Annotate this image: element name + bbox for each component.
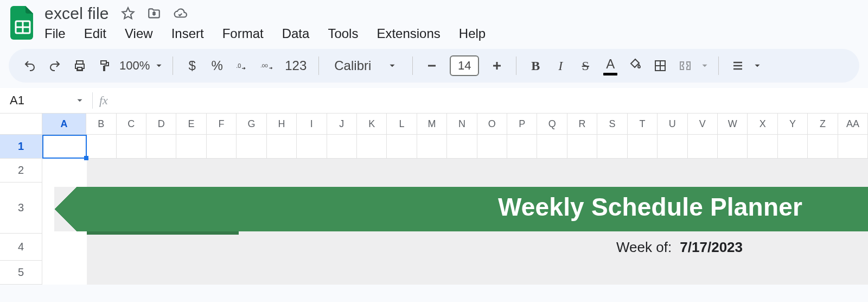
cell[interactable] <box>42 261 86 285</box>
borders-button[interactable] <box>650 55 671 76</box>
column-header[interactable]: O <box>477 114 507 134</box>
cell[interactable] <box>477 135 507 159</box>
column-header[interactable]: X <box>748 114 777 134</box>
formula-input[interactable] <box>114 88 868 113</box>
column-header[interactable]: AA <box>838 114 868 134</box>
cell[interactable] <box>86 135 116 159</box>
menu-file[interactable]: File <box>44 26 66 41</box>
menu-extensions[interactable]: Extensions <box>376 26 440 41</box>
column-header[interactable]: S <box>597 114 627 134</box>
column-header[interactable]: N <box>447 114 477 134</box>
menu-data[interactable]: Data <box>282 26 310 41</box>
column-header[interactable]: Y <box>778 114 808 134</box>
menu-edit[interactable]: Edit <box>84 26 106 41</box>
merge-cells-button[interactable] <box>675 55 695 76</box>
row-header[interactable]: 2 <box>0 159 42 183</box>
cell[interactable] <box>267 135 297 159</box>
move-to-drive-icon[interactable] <box>147 7 161 21</box>
cell[interactable] <box>567 135 597 159</box>
font-size-decrease-button[interactable] <box>422 55 442 76</box>
redo-button[interactable] <box>44 55 65 76</box>
font-size-input[interactable]: 14 <box>450 55 479 76</box>
name-box[interactable]: A1 <box>0 93 92 108</box>
text-color-button[interactable]: A <box>600 55 621 76</box>
cell[interactable] <box>507 135 537 159</box>
cloud-status-icon[interactable] <box>173 7 187 21</box>
cell[interactable] <box>146 135 176 159</box>
cell[interactable] <box>42 135 86 159</box>
column-header[interactable]: U <box>658 114 687 134</box>
column-header[interactable]: M <box>417 114 447 134</box>
row-header[interactable]: 3 <box>0 183 42 234</box>
cell[interactable] <box>838 135 868 159</box>
column-header[interactable]: Q <box>537 114 567 134</box>
cell[interactable] <box>597 135 627 159</box>
column-header[interactable]: H <box>267 114 297 134</box>
column-header[interactable]: J <box>327 114 357 134</box>
column-header[interactable]: D <box>146 114 176 134</box>
column-header[interactable]: K <box>357 114 387 134</box>
undo-button[interactable] <box>20 55 40 76</box>
column-header[interactable]: I <box>297 114 327 134</box>
row-header[interactable]: 5 <box>0 261 42 285</box>
paint-format-button[interactable] <box>94 55 115 76</box>
print-button[interactable] <box>69 55 90 76</box>
menu-tools[interactable]: Tools <box>328 26 358 41</box>
cell[interactable] <box>688 135 718 159</box>
row-header[interactable]: 1 <box>0 135 42 159</box>
column-header[interactable]: V <box>688 114 718 134</box>
column-header[interactable]: R <box>567 114 597 134</box>
cell[interactable] <box>42 234 86 261</box>
cell[interactable] <box>207 135 237 159</box>
format-percent-button[interactable]: % <box>207 55 227 76</box>
fill-color-button[interactable] <box>625 55 646 76</box>
column-header[interactable]: A <box>42 114 86 134</box>
app-icon[interactable] <box>9 4 37 41</box>
strike-button[interactable]: S <box>575 55 596 76</box>
zoom-dropdown[interactable]: 100% <box>119 59 164 73</box>
cell[interactable] <box>42 159 86 183</box>
menu-help[interactable]: Help <box>459 26 486 41</box>
column-header[interactable]: L <box>387 114 417 134</box>
font-size-increase-button[interactable] <box>487 55 507 76</box>
increase-decimal-button[interactable]: .00 <box>257 55 277 76</box>
cell[interactable] <box>237 135 266 159</box>
decrease-decimal-button[interactable]: .0 <box>232 55 252 76</box>
bold-button[interactable]: B <box>525 55 546 76</box>
select-all-corner[interactable] <box>0 114 42 134</box>
cell[interactable] <box>297 135 327 159</box>
column-header[interactable]: T <box>628 114 658 134</box>
format-123-button[interactable]: 123 <box>282 55 310 76</box>
menu-insert[interactable]: Insert <box>171 26 204 41</box>
horizontal-align-button[interactable] <box>727 55 748 76</box>
column-header[interactable]: C <box>117 114 146 134</box>
cell[interactable] <box>718 135 748 159</box>
cell[interactable] <box>658 135 687 159</box>
cell[interactable] <box>417 135 447 159</box>
column-header[interactable]: W <box>718 114 748 134</box>
font-family-dropdown[interactable]: Calibri <box>328 58 404 73</box>
cell[interactable] <box>808 135 838 159</box>
column-header[interactable]: F <box>207 114 237 134</box>
column-header[interactable]: P <box>507 114 537 134</box>
cell[interactable] <box>447 135 477 159</box>
chevron-down-icon[interactable] <box>700 61 710 71</box>
cell[interactable] <box>357 135 387 159</box>
star-icon[interactable] <box>121 7 135 21</box>
italic-button[interactable]: I <box>550 55 571 76</box>
cell[interactable] <box>117 135 146 159</box>
menu-format[interactable]: Format <box>222 26 264 41</box>
row-header[interactable]: 4 <box>0 234 42 261</box>
column-header[interactable]: Z <box>808 114 838 134</box>
cells-area[interactable]: Weekly Schedule Planner Week of: 7/17/20… <box>42 135 868 285</box>
cell[interactable] <box>537 135 567 159</box>
doc-title[interactable]: excel file <box>44 4 109 23</box>
format-currency-button[interactable]: $ <box>182 55 202 76</box>
menu-view[interactable]: View <box>125 26 153 41</box>
cell[interactable] <box>778 135 808 159</box>
column-header[interactable]: B <box>86 114 116 134</box>
chevron-down-icon[interactable] <box>752 61 762 71</box>
cell[interactable] <box>176 135 206 159</box>
cell[interactable] <box>387 135 417 159</box>
column-header[interactable]: E <box>176 114 206 134</box>
